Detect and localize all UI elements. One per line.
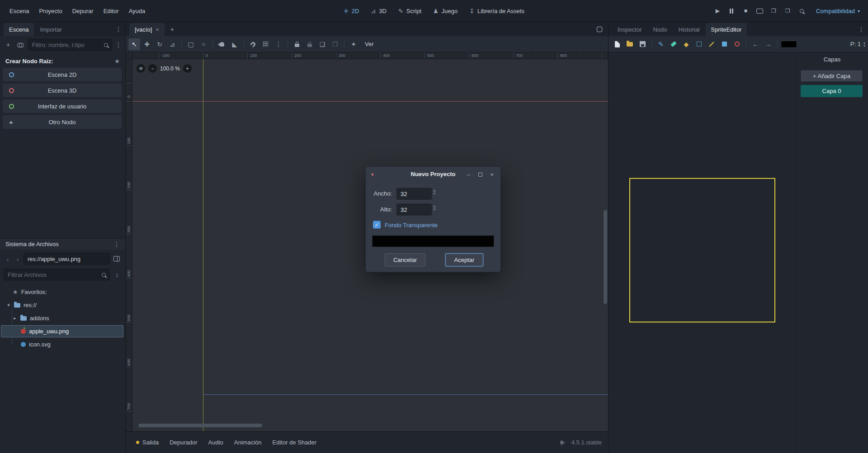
movie-maker-button[interactable] [754, 5, 766, 17]
sprite-canvas[interactable] [629, 178, 775, 322]
select-tool-button[interactable]: ↖ [128, 38, 140, 50]
ungroup-selected-button[interactable]: ❐ [329, 38, 341, 50]
open-file-button[interactable] [624, 38, 636, 50]
filesystem-menu-icon[interactable]: ⋮ [113, 241, 120, 248]
pause-button[interactable] [726, 5, 738, 17]
current-path-input[interactable] [24, 253, 110, 265]
menu-proyecto[interactable]: Proyecto [34, 5, 67, 17]
new-scene-tab-button[interactable]: + [166, 23, 178, 35]
add-node-button[interactable]: + [4, 39, 13, 51]
nav-back-icon[interactable]: ‹ [4, 255, 12, 263]
sort-files-icon[interactable]: ↕ [113, 271, 122, 278]
ruler-tool-button[interactable]: ◣ [229, 38, 241, 50]
view-menu-button[interactable]: Ver [360, 39, 378, 49]
right-dock-menu-icon[interactable]: ⋮ [856, 24, 866, 34]
move-tool-button[interactable]: ✚ [141, 38, 153, 50]
maximize-button[interactable] [475, 169, 485, 179]
pressure-spinner[interactable]: ▴ ▾ [863, 41, 865, 47]
redo-button[interactable]: → [762, 38, 774, 50]
spin-down-icon[interactable]: ▾ [434, 208, 435, 211]
group-selected-button[interactable]: ❏ [316, 38, 328, 50]
play-custom-scene-button[interactable]: ❒ [782, 5, 794, 17]
tree-row-favoritos[interactable]: ★ Favoritos: [0, 285, 125, 299]
add-layer-button[interactable]: + Añadir Capa [801, 70, 863, 82]
width-spinner[interactable]: ▴ ▾ [434, 189, 435, 195]
layer-item-capa0[interactable]: Capa 0 [801, 85, 863, 97]
transparent-bg-checkbox[interactable]: ✓ [373, 221, 381, 229]
caret-down-icon[interactable]: ▾ [6, 302, 11, 308]
workspace-asset-library[interactable]: ↧ Librería de Assets [464, 5, 529, 17]
accept-button[interactable]: Aceptar [445, 253, 483, 266]
unlock-selected-button[interactable] [304, 38, 316, 50]
menu-escena[interactable]: Escena [5, 5, 34, 17]
tree-row-addons[interactable]: ▸ addons [0, 312, 125, 325]
background-color-swatch[interactable] [372, 235, 494, 247]
tree-row-res[interactable]: ▾ res:// [0, 299, 125, 312]
skeleton-options-button[interactable]: ✦ [348, 38, 359, 50]
bottom-tab-shader[interactable]: Editor de Shader [268, 436, 322, 449]
smart-snap-button[interactable] [247, 38, 259, 50]
bottom-tab-salida[interactable]: Salida [131, 436, 164, 449]
distraction-free-button[interactable] [594, 24, 604, 34]
tree-row-icon-svg[interactable]: icon.svg [0, 338, 125, 351]
scene-filter-input[interactable] [28, 39, 112, 51]
root-option-other[interactable]: + Otro Nodo [3, 115, 122, 129]
save-file-button[interactable] [637, 38, 648, 50]
spin-down-icon[interactable]: ▾ [863, 44, 865, 47]
grid-snap-button[interactable] [260, 38, 272, 50]
scene-tab-vacio[interactable]: [vacío] × [129, 23, 165, 36]
horizontal-scrollbar[interactable] [138, 424, 262, 427]
root-option-ui[interactable]: Interfaz de usuario [3, 99, 122, 113]
rectangle-tool-button[interactable] [718, 38, 730, 50]
minimize-button[interactable]: – [463, 169, 473, 179]
tab-historial[interactable]: Historial [673, 23, 705, 36]
audio-mute-icon[interactable] [560, 440, 567, 445]
stop-button[interactable]: ■ [740, 5, 752, 17]
height-spinner[interactable]: ▴ ▾ [434, 205, 435, 211]
cancel-button[interactable]: Cancelar [385, 253, 425, 266]
color-picker-swatch[interactable] [781, 41, 797, 48]
tab-spriteeditor[interactable]: SpriteEditor [706, 23, 747, 36]
lock-selected-button[interactable] [291, 38, 303, 50]
favorites-star-icon[interactable]: ★ [114, 58, 120, 65]
height-input[interactable] [396, 204, 432, 215]
scene-tree-menu-icon[interactable]: ⋮ [115, 41, 122, 48]
close-dialog-button[interactable]: × [487, 169, 497, 179]
spin-down-icon[interactable]: ▾ [434, 192, 435, 195]
zoom-level[interactable]: 100.0 % [160, 65, 180, 72]
zoom-out-button[interactable]: − [148, 64, 157, 73]
scale-tool-button[interactable]: ⊿ [166, 38, 178, 50]
debug-options-button[interactable] [796, 5, 808, 17]
bottom-tab-depurador[interactable]: Depurador [165, 436, 202, 449]
new-file-button[interactable] [611, 38, 623, 50]
width-input[interactable] [396, 188, 432, 200]
workspace-3d[interactable]: ⊿ 3D [366, 5, 392, 17]
bucket-tool-button[interactable]: ◆ [680, 38, 692, 50]
bottom-tab-animacion[interactable]: Animación [229, 436, 267, 449]
undo-button[interactable]: ← [750, 38, 761, 50]
instance-scene-button[interactable] [16, 39, 25, 51]
tab-importar[interactable]: Importar [34, 23, 67, 36]
tab-inspector[interactable]: Inspector [612, 23, 647, 36]
renderer-select[interactable]: Compatibilidad ▾ [812, 6, 863, 16]
pencil-tool-button[interactable]: ✎ [655, 38, 667, 50]
center-view-button[interactable]: ✳ [137, 64, 145, 73]
close-icon[interactable]: × [156, 26, 159, 33]
nav-forward-icon[interactable]: › [14, 255, 22, 263]
vertical-scrollbar[interactable] [604, 210, 607, 304]
bottom-tab-audio[interactable]: Audio [203, 436, 228, 449]
filter-files-input[interactable] [4, 269, 110, 280]
workspace-script[interactable]: ✎ Script [393, 5, 426, 17]
pan-tool-button[interactable] [216, 38, 228, 50]
workspace-2d[interactable]: ✛ 2D [339, 5, 364, 17]
box-select-button[interactable]: ▢ [185, 38, 197, 50]
menu-ayuda[interactable]: Ayuda [124, 5, 151, 17]
snap-options-button[interactable]: ⋮ [273, 38, 284, 50]
eraser-tool-button[interactable] [668, 38, 679, 50]
selection-tool-button[interactable] [693, 38, 705, 50]
tab-nodo[interactable]: Nodo [647, 23, 672, 36]
tab-escena[interactable]: Escena [4, 23, 34, 36]
play-scene-button[interactable]: ❐ [768, 5, 780, 17]
caret-right-icon[interactable]: ▸ [13, 315, 17, 321]
rotate-tool-button[interactable]: ↻ [154, 38, 165, 50]
